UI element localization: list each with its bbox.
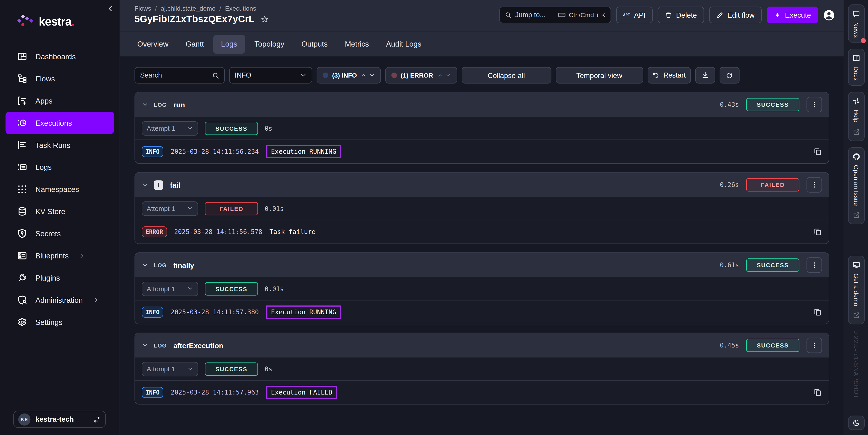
attempt-select[interactable]: Attempt 1 — [142, 201, 198, 216]
sidebar-item-flows[interactable]: Flows — [5, 68, 114, 90]
tab-outputs[interactable]: Outputs — [294, 35, 335, 53]
copy-log-button[interactable] — [813, 147, 822, 156]
copy-log-button[interactable] — [813, 228, 822, 236]
sidebar-item-logs[interactable]: Logs — [5, 156, 114, 178]
jump-to-search[interactable]: Jump to... Ctrl/Cmd + K — [499, 6, 611, 23]
external-link-icon — [852, 128, 860, 136]
sidebar-item-label: Executions — [35, 119, 72, 127]
execute-button[interactable]: Execute — [767, 6, 818, 23]
sidebar-item-secrets[interactable]: Secrets — [5, 223, 114, 245]
copy-log-button[interactable] — [813, 308, 822, 316]
sidebar-item-namespaces[interactable]: Namespaces — [5, 178, 114, 200]
task-section-fail: !fail0.26sFAILEDAttempt 1FAILED0.01sERRO… — [134, 172, 829, 244]
shortcut-hint: Ctrl/Cmd + K — [558, 11, 606, 19]
api-button[interactable]: APIAPI — [616, 6, 653, 23]
sidebar-item-label: Blueprints — [35, 252, 69, 260]
button-label: Execute — [785, 11, 811, 19]
workspace-switcher[interactable]: KE kestra-tech — [13, 410, 106, 428]
temporal-view-button[interactable]: Temporal view — [556, 67, 643, 83]
task-section-run: LOGrun0.43sSUCCESSAttempt 1SUCCESS0sINFO… — [134, 92, 829, 164]
edit-flow-button[interactable]: Edit flow — [709, 6, 762, 23]
delete-button[interactable]: Delete — [658, 6, 704, 23]
rail-item-label: Help — [853, 110, 859, 123]
topbar-actions: Jump to... Ctrl/Cmd + K APIAPIDeleteEdit… — [499, 6, 835, 23]
rail-item-get-a-demo[interactable]: Get a demo — [848, 256, 864, 325]
task-menu-button[interactable] — [806, 97, 822, 112]
sidebar-collapse-button[interactable] — [106, 4, 115, 13]
sidebar-item-plugins[interactable]: Plugins — [5, 267, 114, 289]
task-duration: 0.45s — [720, 341, 739, 349]
level-dot — [323, 73, 328, 78]
restart-icon — [652, 72, 660, 79]
chevron-right-icon — [79, 253, 85, 259]
rail-item-docs[interactable]: Docs — [848, 49, 864, 86]
attempt-select[interactable]: Attempt 1 — [142, 121, 198, 135]
search-input[interactable] — [140, 71, 212, 79]
log-row: INFO2025-03-28 14:11:56.234Execution RUN… — [135, 140, 829, 163]
log-level-select[interactable]: INFO — [229, 67, 312, 83]
log-level-badge: ERROR — [142, 226, 167, 237]
breadcrumb-item-executions[interactable]: Executions — [225, 5, 256, 11]
chevron-down-icon — [187, 366, 193, 372]
log-level-badge: INFO — [142, 387, 163, 398]
chevron-down-icon — [187, 286, 193, 292]
sidebar-item-settings[interactable]: Settings — [5, 311, 114, 333]
restart-button[interactable]: Restart — [647, 67, 691, 83]
sidebar-item-kv-store[interactable]: KV Store — [5, 200, 114, 223]
tab-gantt[interactable]: Gantt — [178, 35, 212, 53]
notification-dot — [861, 38, 866, 43]
alert-task-type-icon: ! — [154, 180, 163, 190]
search-field[interactable] — [134, 67, 225, 83]
attempt-row: Attempt 1SUCCESS0s — [135, 117, 829, 140]
bolt-icon — [774, 11, 781, 19]
user-avatar[interactable] — [823, 9, 835, 21]
level-pill-error[interactable]: (1) ERROR — [385, 67, 457, 83]
task-section-header[interactable]: LOGfinally0.61sSUCCESS — [135, 253, 829, 277]
administration-icon — [17, 295, 27, 305]
breadcrumb-item-aj-child-state-demo[interactable]: aj.child.state_demo — [161, 5, 215, 11]
sidebar-item-label: Dashboards — [35, 52, 76, 61]
download-logs-button[interactable] — [695, 67, 715, 83]
refresh-icon — [726, 72, 733, 79]
tab-audit-logs[interactable]: Audit Logs — [378, 35, 429, 53]
rail-item-help[interactable]: Help — [848, 92, 864, 141]
chevron-up-icon — [437, 73, 442, 78]
rail-item-news[interactable]: News — [848, 4, 864, 43]
monitor-icon — [852, 261, 860, 269]
tab-topology[interactable]: Topology — [247, 35, 292, 53]
task-menu-button[interactable] — [806, 338, 822, 353]
sidebar-nav: DashboardsFlowsAppsExecutionsTask RunsLo… — [0, 40, 120, 333]
sidebar-item-apps[interactable]: Apps — [5, 90, 114, 112]
attempt-select[interactable]: Attempt 1 — [142, 362, 198, 376]
news-icon — [852, 10, 860, 18]
favorite-star-icon[interactable] — [261, 15, 268, 23]
task-section-afterexecution: LOGafterExecution0.45sSUCCESSAttempt 1SU… — [134, 333, 829, 404]
executions-icon — [17, 118, 27, 128]
sidebar-item-administration[interactable]: Administration — [5, 289, 114, 311]
filter-bar: INFO (3) INFO(1) ERROR Collapse all Temp… — [134, 67, 829, 83]
level-pill-info[interactable]: (3) INFO — [316, 67, 381, 83]
refresh-logs-button[interactable] — [719, 67, 739, 83]
task-section-header[interactable]: !fail0.26sFAILED — [135, 173, 829, 197]
sidebar-item-dashboards[interactable]: Dashboards — [5, 45, 114, 68]
breadcrumb-item-flows[interactable]: Flows — [134, 5, 151, 11]
task-menu-button[interactable] — [806, 257, 822, 273]
sidebar-item-executions[interactable]: Executions — [5, 112, 114, 134]
tab-logs[interactable]: Logs — [213, 35, 245, 53]
sidebar-item-blueprints[interactable]: Blueprints — [5, 245, 114, 267]
tab-overview[interactable]: Overview — [129, 35, 176, 53]
task-section-header[interactable]: LOGrun0.43sSUCCESS — [135, 93, 829, 117]
collapse-all-button[interactable]: Collapse all — [461, 67, 551, 83]
sidebar-item-task-runs[interactable]: Task Runs — [5, 134, 114, 156]
rail-item-open-an-issue[interactable]: Open an Issue — [848, 147, 864, 224]
task-section-header[interactable]: LOGafterExecution0.45sSUCCESS — [135, 333, 829, 358]
theme-toggle-button[interactable] — [848, 415, 864, 430]
copy-log-button[interactable] — [813, 388, 822, 397]
log-message: Execution RUNNING — [266, 305, 341, 319]
tab-metrics[interactable]: Metrics — [337, 35, 377, 53]
task-menu-button[interactable] — [806, 177, 822, 193]
docs-icon — [852, 55, 860, 62]
pencil-icon — [716, 11, 723, 19]
attempt-select[interactable]: Attempt 1 — [142, 281, 198, 296]
sidebar-item-label: Flows — [35, 74, 55, 83]
